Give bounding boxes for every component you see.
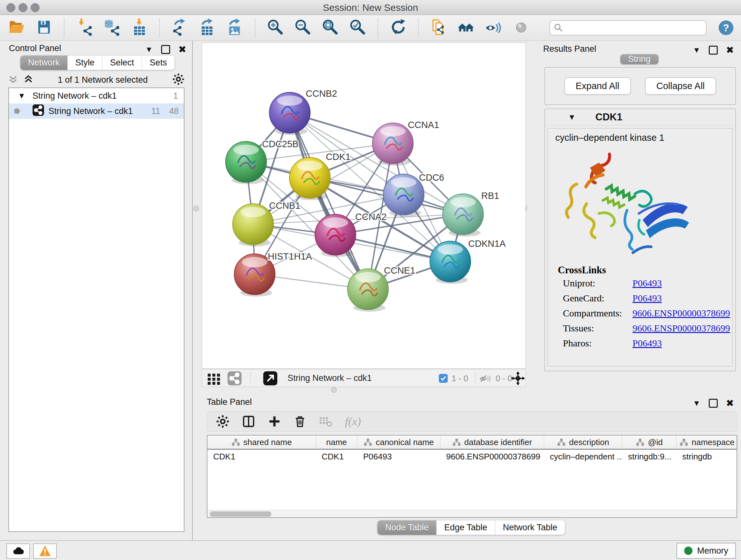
toolbar-zoom-fit-button[interactable] xyxy=(321,19,339,37)
panel-close-icon[interactable]: ✖ xyxy=(726,45,734,55)
crosslink-label: Compartments: xyxy=(563,308,632,319)
network-canvas[interactable]: CCNB2CCNA1CDC25BCDK1CDC6RB1CCNB1CCNA2CDK… xyxy=(202,43,526,369)
column-header--id[interactable]: @id xyxy=(622,435,677,449)
memory-button[interactable]: Memory xyxy=(677,543,736,559)
expand-all-button[interactable]: Expand All xyxy=(564,77,631,95)
cloud-status-button[interactable] xyxy=(6,543,30,559)
tab-network[interactable]: Network xyxy=(20,56,68,70)
import-network-database-icon xyxy=(104,18,121,37)
search-input[interactable] xyxy=(549,20,706,36)
tab-select[interactable]: Select xyxy=(103,56,142,70)
delete-column-trash-icon[interactable] xyxy=(293,415,307,428)
panel-close-icon[interactable]: ✖ xyxy=(726,398,734,408)
crosslink-link[interactable]: 9606.ENSP00000378699 xyxy=(632,323,730,334)
node-label-HIST1H1A: HIST1H1A xyxy=(268,251,312,261)
toolbar-open-session-button[interactable] xyxy=(8,19,25,37)
toolbar-import-network-file-button[interactable] xyxy=(76,19,93,37)
network-collection-row[interactable]: ▼ String Network – cdk1 1 xyxy=(9,88,184,104)
crosslink-link[interactable]: P06493 xyxy=(632,338,662,349)
network-row-selected[interactable]: String Network – cdk1 11 48 xyxy=(9,104,184,119)
table-horizontal-scrollbar[interactable] xyxy=(207,510,737,517)
panel-menu-icon[interactable]: ▼ xyxy=(693,46,700,54)
tab-string[interactable]: String xyxy=(620,54,658,64)
crosslinks-list: Uniprot:P06493GeneCard:P06493Compartment… xyxy=(548,278,732,349)
add-column-icon[interactable] xyxy=(268,415,281,428)
tab-style[interactable]: Style xyxy=(68,56,103,70)
panel-float-icon[interactable] xyxy=(161,45,170,54)
panel-float-icon[interactable] xyxy=(709,46,718,55)
crosslink-row: GeneCard:P06493 xyxy=(563,293,732,304)
network-node-CDC25B[interactable] xyxy=(226,141,266,184)
toolbar-export-network-button[interactable] xyxy=(171,19,189,37)
help-button[interactable]: ? xyxy=(719,20,733,35)
grid-view-icon[interactable] xyxy=(207,371,221,387)
toolbar-import-table-file-button[interactable] xyxy=(131,19,148,37)
network-node-CDC6[interactable] xyxy=(383,174,424,217)
panel-menu-icon[interactable]: ▼ xyxy=(693,399,700,407)
control-panel: Control Panel ▼ ✖ NetworkStyleSelectSets… xyxy=(0,41,193,540)
column-header-canonical-name[interactable]: canonical name xyxy=(357,435,441,449)
tab-edge-table[interactable]: Edge Table xyxy=(436,520,495,535)
crosslink-link[interactable]: P06493 xyxy=(632,293,662,304)
toolbar-zoom-out-button[interactable] xyxy=(294,19,312,37)
toolbar-zoom-in-button[interactable] xyxy=(266,19,284,37)
tab-network-table[interactable]: Network Table xyxy=(495,520,565,535)
string-network-badge-icon[interactable] xyxy=(227,371,242,387)
crosslink-link[interactable]: 9606.ENSP00000378699 xyxy=(632,308,730,319)
import-network-file-icon xyxy=(76,18,93,37)
selected-checkbox[interactable] xyxy=(439,374,448,383)
network-options-gear-icon[interactable] xyxy=(172,73,185,86)
crosslink-link[interactable]: P06493 xyxy=(632,278,662,289)
scrollbar-thumb[interactable] xyxy=(210,511,271,516)
network-node-CCNE1[interactable] xyxy=(347,269,388,312)
network-graph[interactable]: CCNB2CCNA1CDC25BCDK1CDC6RB1CCNB1CCNA2CDK… xyxy=(202,43,526,368)
toolbar-export-table-button[interactable] xyxy=(199,19,216,37)
toolbar-show-graphics-disabled-button[interactable] xyxy=(512,19,530,37)
table-options-gear-icon[interactable] xyxy=(216,415,229,428)
section-collapse-icon[interactable]: ▼ xyxy=(568,113,576,122)
bottom-splitter-handle[interactable] xyxy=(331,387,337,393)
panel-close-icon[interactable]: ✖ xyxy=(179,45,186,54)
network-node-CCNA1[interactable] xyxy=(373,123,413,166)
panel-menu-icon[interactable]: ▼ xyxy=(145,46,153,53)
column-header-namespace[interactable]: namespace xyxy=(677,435,738,449)
network-node-RB1[interactable] xyxy=(443,194,483,237)
toolbar-refresh-view-button[interactable] xyxy=(389,19,407,37)
toolbar-save-session-button[interactable] xyxy=(35,19,53,37)
column-header-description[interactable]: description xyxy=(544,435,622,449)
toolbar-network-overview-houses-button[interactable] xyxy=(457,19,475,37)
open-in-window-icon[interactable] xyxy=(263,371,277,387)
column-header-database-identifier[interactable]: database identifier xyxy=(441,435,544,449)
collapse-all-networks-icon[interactable] xyxy=(23,74,33,85)
network-node-CDKN1A[interactable] xyxy=(430,241,471,284)
toolbar-hide-graphics-details-button[interactable] xyxy=(485,19,502,37)
network-node-CDK1[interactable] xyxy=(289,158,330,200)
left-splitter-handle[interactable] xyxy=(193,206,199,211)
toolbar-import-network-database-button[interactable] xyxy=(103,19,121,37)
toolbar-separator xyxy=(159,19,160,37)
expand-all-networks-icon[interactable] xyxy=(8,74,18,85)
column-header-name[interactable]: name xyxy=(316,435,357,449)
table-row[interactable]: CDK1CDK1P064939606.ENSP00000378699cyclin… xyxy=(207,449,737,463)
network-node-CCNA2[interactable] xyxy=(315,214,356,257)
toolbar-export-image-button[interactable] xyxy=(226,19,244,37)
column-header-shared-name[interactable]: shared name xyxy=(207,435,316,449)
node-label-CDKN1A: CDKN1A xyxy=(468,239,506,249)
protein-section-header[interactable]: ▼ CDK1 xyxy=(545,109,735,125)
toolbar-string-copy-document-button[interactable] xyxy=(430,19,448,37)
network-node-CCNB1[interactable] xyxy=(232,204,273,246)
delete-table-icon-disabled[interactable] xyxy=(319,415,333,428)
warnings-button[interactable] xyxy=(33,543,57,559)
show-columns-icon[interactable] xyxy=(242,415,256,428)
fit-center-crosshair-icon[interactable] xyxy=(511,371,525,387)
tab-sets[interactable]: Sets xyxy=(142,56,175,70)
zoom-selected-icon xyxy=(349,18,366,37)
function-builder-icon-disabled[interactable]: f(x) xyxy=(345,415,361,428)
tab-node-table[interactable]: Node Table xyxy=(378,520,436,535)
crosslink-label: Uniprot: xyxy=(563,278,632,289)
toolbar-zoom-selected-button[interactable] xyxy=(349,19,367,37)
hidden-eye-icon[interactable] xyxy=(479,372,492,387)
collection-collapse-icon[interactable]: ▼ xyxy=(18,92,25,100)
collapse-all-button[interactable]: Collapse All xyxy=(645,77,717,95)
panel-float-icon[interactable] xyxy=(709,399,718,408)
